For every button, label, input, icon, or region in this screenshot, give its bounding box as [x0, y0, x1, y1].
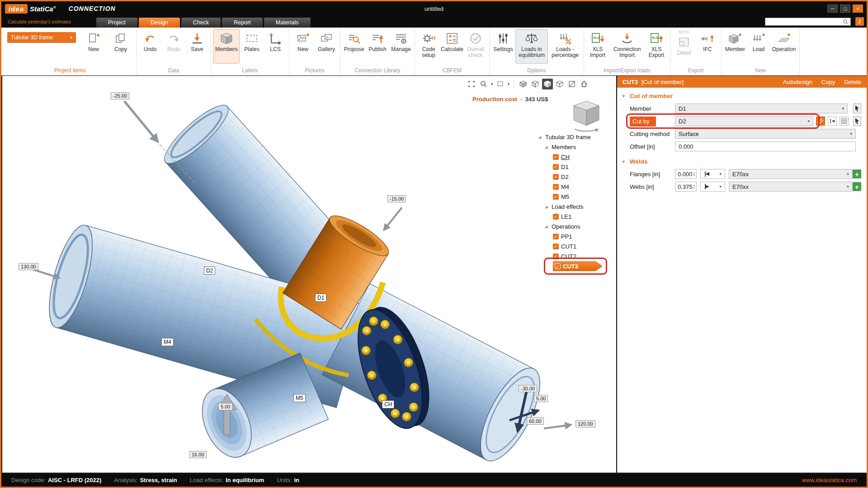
ribbon-button-lcs-labels[interactable]: LCS	[264, 29, 287, 64]
cutting-method-select[interactable]: Surface ▾	[675, 129, 856, 139]
member-select[interactable]: D1 ▾	[675, 103, 848, 113]
tree-expand-icon[interactable]: ◢	[545, 145, 549, 149]
template-selector[interactable]: Tubular 3D frame ▾	[7, 32, 76, 43]
checkbox-checked[interactable]: ✓	[553, 194, 559, 200]
tree-expand-icon[interactable]: ◢	[545, 205, 549, 209]
tree-expand-icon[interactable]: ◢	[545, 225, 549, 229]
checkbox-checked[interactable]: ✓	[555, 263, 561, 269]
checkbox-checked[interactable]: ✓	[553, 184, 559, 190]
selection-tool-button[interactable]	[495, 79, 506, 89]
section-cut-of-member[interactable]: ▼ Cut of member	[617, 88, 867, 103]
ribbon-button-redo[interactable]: Redo	[162, 29, 185, 64]
ribbon-button-connection-import[interactable]: Connection Import	[610, 29, 644, 64]
home-view-button[interactable]	[579, 79, 590, 89]
zoom-dropdown-caret[interactable]: ▾	[491, 82, 493, 86]
search-box[interactable]	[765, 18, 851, 26]
tree-item-ch[interactable]: ✓ CH	[538, 152, 616, 162]
ribbon-button-detail[interactable]: BETA Detail	[673, 29, 695, 64]
view-mode-5-button[interactable]	[566, 79, 577, 89]
tree-item-cut3-highlight[interactable]: ✓ CUT3	[553, 261, 603, 271]
tree-item-m5[interactable]: ✓ M5	[538, 192, 616, 202]
tree-group-members[interactable]: ◢ Members	[538, 142, 616, 152]
checkbox-checked[interactable]: ✓	[553, 174, 559, 180]
view-mode-3-button[interactable]	[542, 79, 553, 89]
add-flange-weld-button[interactable]: +	[853, 169, 861, 178]
webs-size-input[interactable]: 0.375 ▲▼	[675, 182, 697, 192]
tree-item-m4[interactable]: ✓ M4	[538, 182, 616, 192]
ribbon-button-copy-item[interactable]: Copy	[108, 29, 134, 64]
tree-item-pp1[interactable]: ✓ PP1	[538, 231, 616, 241]
offset-input[interactable]: 0.000	[675, 141, 856, 151]
tree-item-cut1[interactable]: ✓ CUT1	[538, 241, 616, 251]
tree-group-load-effects[interactable]: ◢ Load effects	[538, 202, 616, 211]
tab-check[interactable]: Check	[181, 18, 221, 28]
ribbon-button-new-member[interactable]: Member	[724, 29, 746, 64]
ribbon-button-new-picture[interactable]: New	[292, 29, 314, 64]
webs-electrode-select[interactable]: E70xx ▾	[729, 182, 853, 192]
add-web-weld-button[interactable]: +	[853, 182, 861, 191]
view-cube[interactable]	[574, 101, 599, 131]
ribbon-button-undo[interactable]: Undo	[139, 29, 161, 64]
ribbon-button-xls-export[interactable]: XLS XLS Export	[645, 29, 668, 64]
ribbon-button-manage[interactable]: Manage	[390, 29, 412, 64]
view-mode-1-button[interactable]	[518, 79, 528, 89]
zoom-tool-button[interactable]	[478, 79, 489, 89]
tree-item-cut2[interactable]: ✓ CUT2	[538, 251, 616, 261]
maximize-button[interactable]: □	[840, 5, 850, 13]
copy-operation-button[interactable]: Copy	[821, 79, 835, 85]
ribbon-button-calculate[interactable]: Calculate	[441, 29, 463, 64]
tree-item-le1[interactable]: ✓ LE1	[538, 211, 616, 221]
ribbon-button-ifc[interactable]: IFC IFC	[696, 29, 719, 64]
flanges-weld-type-select[interactable]: ▾	[700, 169, 725, 179]
flanges-size-input[interactable]: 0.000 ▲▼	[675, 169, 697, 179]
ribbon-button-gallery[interactable]: Gallery	[315, 29, 338, 64]
checkbox-checked[interactable]: ✓	[553, 244, 559, 249]
ribbon-button-save[interactable]: Save	[186, 29, 208, 64]
tab-report[interactable]: Report	[222, 18, 263, 28]
flanges-electrode-select[interactable]: E70xx ▾	[729, 169, 853, 179]
search-input[interactable]	[767, 19, 843, 25]
spinner[interactable]: ▲▼	[693, 184, 695, 189]
section-collapse-icon[interactable]: ▼	[622, 94, 626, 99]
tree-expand-icon[interactable]: ◢	[538, 135, 543, 139]
tab-project[interactable]: Project	[96, 18, 137, 28]
minimize-button[interactable]: ─	[827, 5, 838, 13]
section-collapse-icon[interactable]: ▼	[622, 160, 626, 164]
tree-item-d2[interactable]: ✓ D2	[538, 172, 616, 182]
tree-root[interactable]: ◢ Tubular 3D frame	[538, 132, 616, 142]
ribbon-button-new-load[interactable]: Load	[747, 29, 770, 64]
ribbon-button-settings[interactable]: Settings	[492, 29, 514, 64]
section-welds[interactable]: ▼ Welds	[617, 153, 867, 168]
ribbon-button-plates-labels[interactable]: Plates	[241, 29, 263, 64]
ribbon-button-publish[interactable]: Publish	[366, 29, 389, 64]
fit-view-button[interactable]	[466, 79, 477, 89]
tab-design[interactable]: Design	[139, 18, 180, 28]
ribbon-button-code-setup[interactable]: Code setup	[417, 29, 440, 64]
ribbon-button-new-operation[interactable]: Operation	[771, 29, 797, 64]
tree-item-d1[interactable]: ✓ D1	[538, 162, 616, 172]
selection-dropdown-caret[interactable]: ▾	[508, 82, 510, 86]
website-link[interactable]: www.ideastatica.com	[802, 477, 857, 483]
cut-grid-button[interactable]	[840, 117, 849, 126]
ribbon-button-overall-check[interactable]: Overall check	[464, 29, 487, 64]
ribbon-button-xls-import[interactable]: XLS XLS Import	[586, 29, 609, 64]
3d-scene[interactable]	[2, 76, 616, 473]
pick-cut-by-button[interactable]	[853, 116, 861, 126]
checkbox-checked[interactable]: ✓	[553, 164, 559, 170]
tree-group-operations[interactable]: ◢ Operations	[538, 221, 616, 231]
checkbox-checked[interactable]: ✓	[553, 214, 559, 220]
tab-materials[interactable]: Materials	[264, 18, 311, 28]
ribbon-button-propose[interactable]: Propose	[343, 29, 365, 64]
cut-orientation-button[interactable]	[816, 117, 825, 126]
tree-item-cut3-selected[interactable]: ✓ CUT3	[538, 261, 616, 271]
ribbon-button-new-item[interactable]: New	[80, 29, 107, 64]
ribbon-button-members-labels[interactable]: Members	[213, 29, 240, 64]
ribbon-button-loads-in-equilibrium[interactable]: Loads in equilibrium	[515, 29, 548, 64]
cut-direction-button[interactable]	[828, 117, 837, 126]
checkbox-checked[interactable]: ✓	[553, 253, 559, 259]
close-button[interactable]: ×	[853, 5, 863, 13]
pick-member-button[interactable]	[853, 103, 861, 113]
cut-by-select[interactable]: D2 ▾	[675, 116, 813, 126]
viewport-3d[interactable]: ▾ ▾ Production cost - 343 US$ -25.00 -15…	[2, 76, 616, 473]
ribbon-button-loads-percentage[interactable]: Loads - percentage	[549, 29, 581, 64]
